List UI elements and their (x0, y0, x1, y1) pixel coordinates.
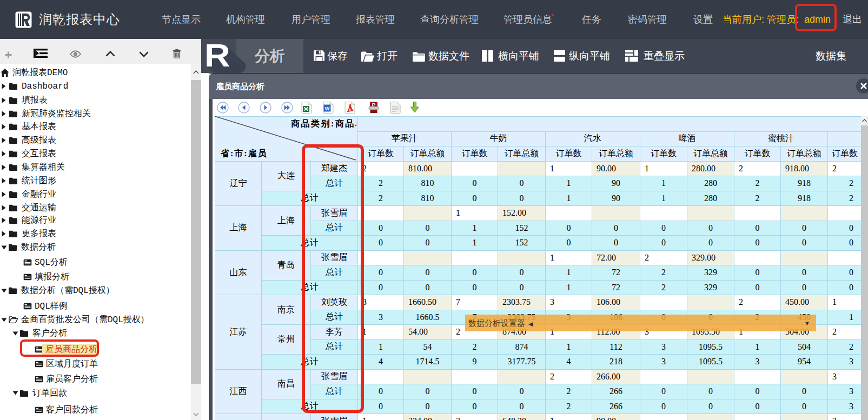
svg-text:W: W (325, 106, 330, 111)
svg-text:P: P (372, 102, 376, 108)
